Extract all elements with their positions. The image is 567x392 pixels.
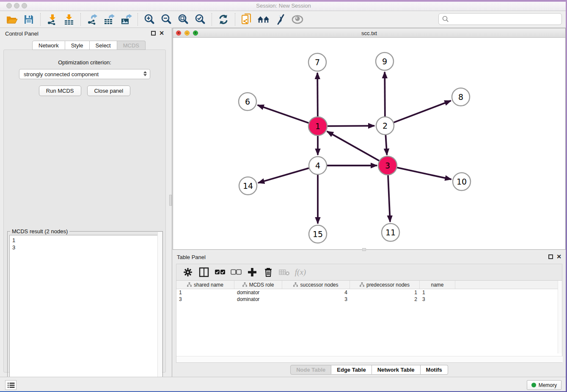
close-panel-button[interactable]: Close panel <box>87 86 131 96</box>
run-mcds-button[interactable]: Run MCDS <box>39 86 81 96</box>
tab-network[interactable]: Network <box>32 41 65 50</box>
column-header-successor-nodes[interactable]: successor nodes <box>282 281 350 289</box>
float-panel-icon[interactable] <box>151 31 156 36</box>
tab-style[interactable]: Style <box>65 41 90 50</box>
zoom-out-button[interactable] <box>160 13 173 26</box>
table-row[interactable]: 1dominator411 <box>176 289 562 296</box>
task-history-button[interactable] <box>5 380 17 390</box>
list-icon <box>7 382 15 388</box>
splitter-handle[interactable] <box>169 195 172 206</box>
table-vertical-scrollbar[interactable] <box>558 281 562 353</box>
zoom-in-button[interactable] <box>143 13 156 26</box>
column-header-name[interactable]: name <box>420 281 455 289</box>
memory-button[interactable]: Memory <box>527 380 561 390</box>
network-view-window: ✕ − + scc.txt 7968124314101511 <box>173 28 566 250</box>
float-table-panel-icon[interactable] <box>548 254 553 259</box>
select-all-button[interactable] <box>215 267 226 278</box>
import-table-icon <box>63 14 74 25</box>
graphics-details-button[interactable] <box>274 13 287 26</box>
table-cell[interactable]: 3 <box>420 296 455 303</box>
toolbar-divider <box>212 13 212 26</box>
network-window-titlebar[interactable]: ✕ − + scc.txt <box>173 28 565 38</box>
table-row[interactable]: 3dominator323 <box>176 296 562 303</box>
export-image-icon <box>121 14 132 25</box>
search-box[interactable] <box>438 13 562 25</box>
refresh-button[interactable] <box>217 13 230 26</box>
graph-edge-3-10[interactable] <box>396 168 451 179</box>
table-cell[interactable]: dominator <box>234 296 282 303</box>
graph-edge-1-2[interactable] <box>327 126 374 126</box>
tree-icon <box>242 282 247 287</box>
tab-mcds[interactable]: MCDS <box>117 41 146 50</box>
open-folder-icon <box>6 14 18 25</box>
export-table-button[interactable] <box>103 13 116 26</box>
table-cell[interactable]: 4 <box>282 289 350 296</box>
graph-node-label-8: 8 <box>458 92 463 102</box>
network-graph: 7968124314101511 <box>173 38 565 249</box>
horizontal-splitter-handle[interactable] <box>362 248 366 251</box>
table-horizontal-scrollbar[interactable] <box>176 356 563 362</box>
delete-rows-button[interactable] <box>263 267 274 278</box>
graph-edge-2-9[interactable] <box>385 72 385 116</box>
deselect-all-button[interactable] <box>231 267 242 278</box>
control-panel-header: Control Panel ✕ <box>0 28 169 39</box>
tab-edge-table[interactable]: Edge Table <box>331 365 372 375</box>
add-row-button[interactable] <box>247 267 258 278</box>
table-cell[interactable]: dominator <box>234 289 282 296</box>
memory-label: Memory <box>539 382 557 388</box>
result-scrollbar[interactable] <box>157 232 162 384</box>
column-header-MCDS-role[interactable]: MCDS role <box>234 281 282 289</box>
tree-icon <box>187 282 192 287</box>
table-options-gear-button[interactable] <box>182 267 193 278</box>
toolbar-divider <box>80 13 81 26</box>
delete-column-button[interactable] <box>279 267 290 278</box>
graph-node-label-3: 3 <box>385 161 390 170</box>
table-cell[interactable]: 2 <box>350 296 420 303</box>
graph-edge-1-6[interactable] <box>258 105 309 123</box>
export-image-button[interactable] <box>120 13 132 26</box>
table-cell[interactable]: 1 <box>350 289 420 296</box>
network-overview-button[interactable] <box>240 13 253 26</box>
graph-edge-2-3[interactable] <box>385 135 387 155</box>
function-builder-button[interactable]: f(x) <box>295 267 306 278</box>
main-toolbar <box>0 11 567 28</box>
table-cell[interactable]: 3 <box>176 296 234 303</box>
table-cell[interactable]: 1 <box>176 289 234 296</box>
graph-node-label-7: 7 <box>315 58 320 67</box>
graph-edge-4-14[interactable] <box>258 168 309 183</box>
zoom-selected-button[interactable] <box>194 13 206 26</box>
close-panel-icon[interactable]: ✕ <box>159 30 164 36</box>
select-arrows-icon <box>143 71 147 76</box>
open-session-button[interactable] <box>6 13 18 26</box>
graph-edge-2-8[interactable] <box>394 101 451 122</box>
close-table-panel-icon[interactable]: ✕ <box>556 253 561 260</box>
graph-edge-3-1[interactable] <box>327 131 380 161</box>
graph-edge-3-11[interactable] <box>388 175 390 222</box>
vertical-splitter[interactable] <box>169 28 172 377</box>
column-header-predecessor-nodes[interactable]: predecessor nodes <box>350 281 420 289</box>
show-hide-button[interactable] <box>291 13 304 26</box>
table-cell[interactable]: 1 <box>420 289 455 296</box>
table-panel-title: Table Panel <box>177 254 206 260</box>
export-network-button[interactable] <box>86 13 99 26</box>
criterion-select[interactable]: strongly connected component <box>19 69 150 79</box>
control-panel: Control Panel ✕ Network Style Select MCD… <box>0 28 169 377</box>
tab-network-table[interactable]: Network Table <box>372 365 421 375</box>
import-network-button[interactable] <box>46 13 58 26</box>
zoom-fit-button[interactable] <box>177 13 190 26</box>
tab-select[interactable]: Select <box>90 41 117 50</box>
column-header-shared-name[interactable]: shared name <box>176 281 234 289</box>
search-input[interactable] <box>449 14 561 24</box>
table-toolbar: f(x) <box>176 264 562 281</box>
tab-node-table[interactable]: Node Table <box>290 365 331 375</box>
column-chooser-button[interactable] <box>198 267 209 278</box>
tab-motifs[interactable]: Motifs <box>421 365 448 375</box>
first-neighbors-button[interactable] <box>257 13 270 26</box>
table-cell[interactable]: 3 <box>282 296 350 303</box>
import-table-button[interactable] <box>63 13 75 26</box>
save-session-button[interactable] <box>22 13 35 26</box>
mcds-result-text[interactable]: 1 3 <box>9 235 161 387</box>
network-canvas[interactable]: 7968124314101511 <box>173 38 565 249</box>
graph-edge-1-7[interactable] <box>317 73 318 117</box>
control-panel-tabs: Network Style Select MCDS <box>32 41 146 50</box>
